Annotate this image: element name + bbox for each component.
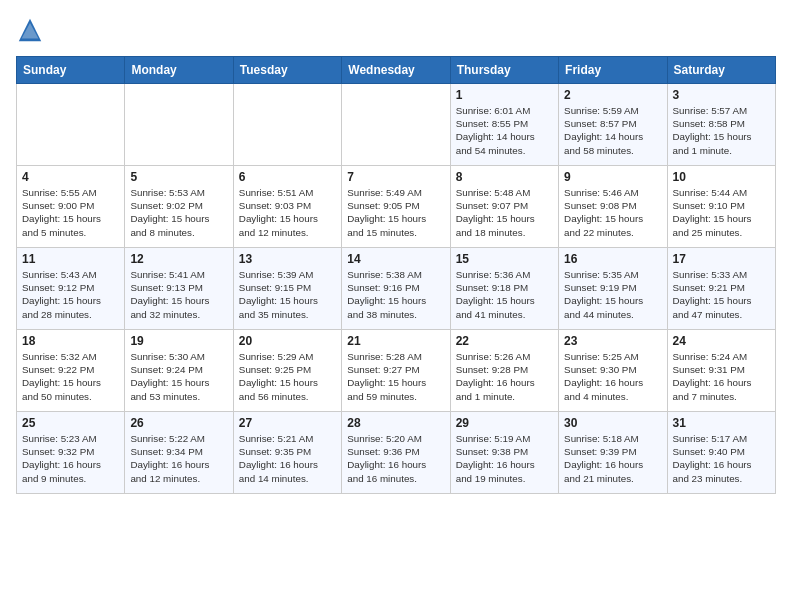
calendar-cell <box>233 84 341 166</box>
day-number: 20 <box>239 334 336 348</box>
day-number: 30 <box>564 416 661 430</box>
day-info: Sunrise: 5:17 AM Sunset: 9:40 PM Dayligh… <box>673 432 770 485</box>
day-number: 28 <box>347 416 444 430</box>
day-number: 13 <box>239 252 336 266</box>
day-number: 6 <box>239 170 336 184</box>
calendar-week-row: 11Sunrise: 5:43 AM Sunset: 9:12 PM Dayli… <box>17 248 776 330</box>
day-info: Sunrise: 6:01 AM Sunset: 8:55 PM Dayligh… <box>456 104 553 157</box>
day-info: Sunrise: 5:29 AM Sunset: 9:25 PM Dayligh… <box>239 350 336 403</box>
calendar-cell: 17Sunrise: 5:33 AM Sunset: 9:21 PM Dayli… <box>667 248 775 330</box>
weekday-header-row: SundayMondayTuesdayWednesdayThursdayFrid… <box>17 57 776 84</box>
day-info: Sunrise: 5:59 AM Sunset: 8:57 PM Dayligh… <box>564 104 661 157</box>
day-info: Sunrise: 5:22 AM Sunset: 9:34 PM Dayligh… <box>130 432 227 485</box>
day-info: Sunrise: 5:23 AM Sunset: 9:32 PM Dayligh… <box>22 432 119 485</box>
day-info: Sunrise: 5:49 AM Sunset: 9:05 PM Dayligh… <box>347 186 444 239</box>
day-info: Sunrise: 5:24 AM Sunset: 9:31 PM Dayligh… <box>673 350 770 403</box>
day-number: 7 <box>347 170 444 184</box>
calendar-cell: 6Sunrise: 5:51 AM Sunset: 9:03 PM Daylig… <box>233 166 341 248</box>
calendar-cell: 5Sunrise: 5:53 AM Sunset: 9:02 PM Daylig… <box>125 166 233 248</box>
calendar-cell: 14Sunrise: 5:38 AM Sunset: 9:16 PM Dayli… <box>342 248 450 330</box>
calendar-cell: 15Sunrise: 5:36 AM Sunset: 9:18 PM Dayli… <box>450 248 558 330</box>
day-number: 21 <box>347 334 444 348</box>
day-info: Sunrise: 5:18 AM Sunset: 9:39 PM Dayligh… <box>564 432 661 485</box>
page-header <box>16 16 776 44</box>
day-number: 18 <box>22 334 119 348</box>
day-number: 3 <box>673 88 770 102</box>
calendar-cell: 27Sunrise: 5:21 AM Sunset: 9:35 PM Dayli… <box>233 412 341 494</box>
calendar-cell: 18Sunrise: 5:32 AM Sunset: 9:22 PM Dayli… <box>17 330 125 412</box>
calendar-cell: 3Sunrise: 5:57 AM Sunset: 8:58 PM Daylig… <box>667 84 775 166</box>
calendar-week-row: 4Sunrise: 5:55 AM Sunset: 9:00 PM Daylig… <box>17 166 776 248</box>
logo-icon <box>16 16 44 44</box>
calendar-cell: 10Sunrise: 5:44 AM Sunset: 9:10 PM Dayli… <box>667 166 775 248</box>
calendar-cell: 23Sunrise: 5:25 AM Sunset: 9:30 PM Dayli… <box>559 330 667 412</box>
day-number: 5 <box>130 170 227 184</box>
weekday-header: Saturday <box>667 57 775 84</box>
day-info: Sunrise: 5:25 AM Sunset: 9:30 PM Dayligh… <box>564 350 661 403</box>
calendar-cell: 30Sunrise: 5:18 AM Sunset: 9:39 PM Dayli… <box>559 412 667 494</box>
day-number: 23 <box>564 334 661 348</box>
calendar-week-row: 25Sunrise: 5:23 AM Sunset: 9:32 PM Dayli… <box>17 412 776 494</box>
calendar-cell: 29Sunrise: 5:19 AM Sunset: 9:38 PM Dayli… <box>450 412 558 494</box>
day-info: Sunrise: 5:35 AM Sunset: 9:19 PM Dayligh… <box>564 268 661 321</box>
calendar-cell: 22Sunrise: 5:26 AM Sunset: 9:28 PM Dayli… <box>450 330 558 412</box>
calendar-cell: 25Sunrise: 5:23 AM Sunset: 9:32 PM Dayli… <box>17 412 125 494</box>
weekday-header: Tuesday <box>233 57 341 84</box>
weekday-header: Sunday <box>17 57 125 84</box>
day-info: Sunrise: 5:30 AM Sunset: 9:24 PM Dayligh… <box>130 350 227 403</box>
day-info: Sunrise: 5:33 AM Sunset: 9:21 PM Dayligh… <box>673 268 770 321</box>
calendar-cell: 4Sunrise: 5:55 AM Sunset: 9:00 PM Daylig… <box>17 166 125 248</box>
calendar-cell: 19Sunrise: 5:30 AM Sunset: 9:24 PM Dayli… <box>125 330 233 412</box>
calendar-cell: 24Sunrise: 5:24 AM Sunset: 9:31 PM Dayli… <box>667 330 775 412</box>
day-number: 14 <box>347 252 444 266</box>
calendar-cell: 31Sunrise: 5:17 AM Sunset: 9:40 PM Dayli… <box>667 412 775 494</box>
calendar-week-row: 1Sunrise: 6:01 AM Sunset: 8:55 PM Daylig… <box>17 84 776 166</box>
calendar-cell: 13Sunrise: 5:39 AM Sunset: 9:15 PM Dayli… <box>233 248 341 330</box>
calendar-table: SundayMondayTuesdayWednesdayThursdayFrid… <box>16 56 776 494</box>
day-info: Sunrise: 5:53 AM Sunset: 9:02 PM Dayligh… <box>130 186 227 239</box>
calendar-cell: 16Sunrise: 5:35 AM Sunset: 9:19 PM Dayli… <box>559 248 667 330</box>
day-number: 15 <box>456 252 553 266</box>
calendar-cell: 8Sunrise: 5:48 AM Sunset: 9:07 PM Daylig… <box>450 166 558 248</box>
day-info: Sunrise: 5:19 AM Sunset: 9:38 PM Dayligh… <box>456 432 553 485</box>
calendar-cell: 1Sunrise: 6:01 AM Sunset: 8:55 PM Daylig… <box>450 84 558 166</box>
calendar-cell <box>125 84 233 166</box>
day-number: 27 <box>239 416 336 430</box>
day-number: 4 <box>22 170 119 184</box>
day-info: Sunrise: 5:46 AM Sunset: 9:08 PM Dayligh… <box>564 186 661 239</box>
day-number: 1 <box>456 88 553 102</box>
day-number: 29 <box>456 416 553 430</box>
day-info: Sunrise: 5:21 AM Sunset: 9:35 PM Dayligh… <box>239 432 336 485</box>
day-number: 11 <box>22 252 119 266</box>
day-info: Sunrise: 5:41 AM Sunset: 9:13 PM Dayligh… <box>130 268 227 321</box>
day-info: Sunrise: 5:26 AM Sunset: 9:28 PM Dayligh… <box>456 350 553 403</box>
weekday-header: Monday <box>125 57 233 84</box>
calendar-cell: 2Sunrise: 5:59 AM Sunset: 8:57 PM Daylig… <box>559 84 667 166</box>
day-info: Sunrise: 5:57 AM Sunset: 8:58 PM Dayligh… <box>673 104 770 157</box>
day-info: Sunrise: 5:38 AM Sunset: 9:16 PM Dayligh… <box>347 268 444 321</box>
day-number: 31 <box>673 416 770 430</box>
day-info: Sunrise: 5:51 AM Sunset: 9:03 PM Dayligh… <box>239 186 336 239</box>
day-number: 8 <box>456 170 553 184</box>
weekday-header: Wednesday <box>342 57 450 84</box>
calendar-cell: 9Sunrise: 5:46 AM Sunset: 9:08 PM Daylig… <box>559 166 667 248</box>
day-number: 26 <box>130 416 227 430</box>
calendar-cell: 21Sunrise: 5:28 AM Sunset: 9:27 PM Dayli… <box>342 330 450 412</box>
day-number: 17 <box>673 252 770 266</box>
day-info: Sunrise: 5:32 AM Sunset: 9:22 PM Dayligh… <box>22 350 119 403</box>
day-number: 2 <box>564 88 661 102</box>
day-number: 22 <box>456 334 553 348</box>
day-info: Sunrise: 5:28 AM Sunset: 9:27 PM Dayligh… <box>347 350 444 403</box>
day-number: 9 <box>564 170 661 184</box>
day-info: Sunrise: 5:55 AM Sunset: 9:00 PM Dayligh… <box>22 186 119 239</box>
calendar-week-row: 18Sunrise: 5:32 AM Sunset: 9:22 PM Dayli… <box>17 330 776 412</box>
day-number: 19 <box>130 334 227 348</box>
calendar-cell <box>17 84 125 166</box>
day-number: 16 <box>564 252 661 266</box>
day-number: 10 <box>673 170 770 184</box>
calendar-cell <box>342 84 450 166</box>
logo <box>16 16 48 44</box>
calendar-cell: 7Sunrise: 5:49 AM Sunset: 9:05 PM Daylig… <box>342 166 450 248</box>
calendar-cell: 26Sunrise: 5:22 AM Sunset: 9:34 PM Dayli… <box>125 412 233 494</box>
calendar-cell: 11Sunrise: 5:43 AM Sunset: 9:12 PM Dayli… <box>17 248 125 330</box>
